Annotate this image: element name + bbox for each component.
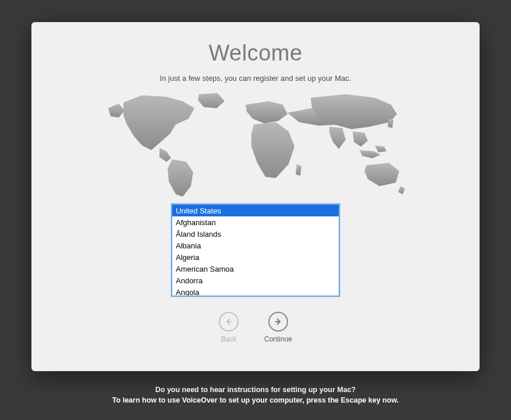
nav-buttons: Back Continue xyxy=(219,312,292,343)
continue-label: Continue xyxy=(264,335,292,343)
country-item[interactable]: Andorra xyxy=(172,275,339,286)
country-item[interactable]: Åland Islands xyxy=(172,228,339,240)
country-item[interactable]: Algeria xyxy=(172,251,339,263)
country-item[interactable]: Albania xyxy=(172,240,339,251)
page-title: Welcome xyxy=(208,41,302,66)
country-list[interactable]: United StatesAfghanistanÅland IslandsAlb… xyxy=(171,204,340,297)
country-item[interactable]: Afghanistan xyxy=(172,216,339,228)
arrow-left-icon xyxy=(219,312,239,332)
voiceover-hint-line1: Do you need to hear instructions for set… xyxy=(112,385,399,396)
arrow-right-icon xyxy=(268,312,288,332)
continue-button[interactable]: Continue xyxy=(264,312,292,343)
country-item[interactable]: Angola xyxy=(172,286,339,297)
back-button[interactable]: Back xyxy=(219,312,239,343)
voiceover-hint-line2: To learn how to use VoiceOver to set up … xyxy=(112,396,399,406)
page-subtitle: In just a few steps, you can register an… xyxy=(160,74,352,83)
setup-assistant-window: Welcome In just a few steps, you can reg… xyxy=(31,22,480,371)
world-map-image xyxy=(101,91,410,201)
voiceover-hint: Do you need to hear instructions for set… xyxy=(112,385,399,405)
back-label: Back xyxy=(221,335,237,343)
country-item[interactable]: American Samoa xyxy=(172,263,339,275)
country-item[interactable]: United States xyxy=(172,205,339,216)
